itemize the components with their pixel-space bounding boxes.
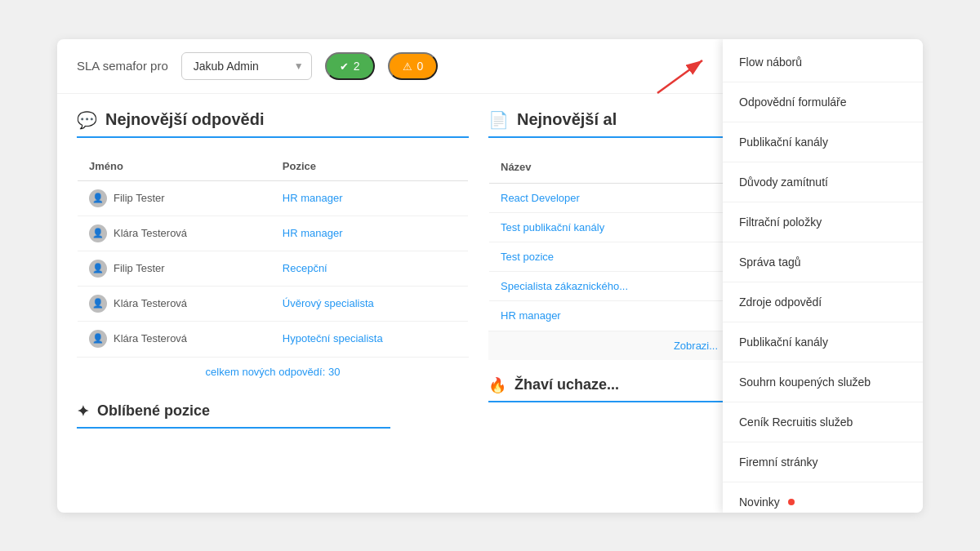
position-link[interactable]: Test pozice bbox=[501, 251, 554, 263]
fire-icon: 🔥 bbox=[488, 376, 506, 394]
table-row: 👤 Filip Tester Recepční bbox=[78, 251, 469, 286]
dropdown-item-8[interactable]: Souhrn koupených služeb bbox=[723, 366, 923, 398]
dropdown-divider bbox=[723, 322, 923, 322]
dropdown-divider bbox=[723, 482, 923, 482]
dropdown-divider bbox=[723, 442, 923, 442]
badge-orange-count: 0 bbox=[417, 60, 424, 73]
dropdown-item-5[interactable]: Správa tagů bbox=[723, 246, 923, 278]
avatar: 👤 bbox=[89, 295, 107, 313]
odpovedi-table: Jméno Pozice 👤 Filip Tester HR manager 👤… bbox=[77, 151, 469, 357]
badge-green-count: 2 bbox=[354, 60, 360, 73]
person-name: Klára Testerová bbox=[114, 227, 187, 239]
person-cell: 👤 Filip Tester bbox=[89, 260, 260, 278]
position-link[interactable]: Specialista zákaznického... bbox=[501, 280, 628, 292]
col-pozice: Pozice bbox=[271, 151, 469, 180]
star-icon: ✦ bbox=[77, 402, 89, 420]
main-card: SLA semafor pro Jakub Admin Filip Tester… bbox=[57, 39, 923, 513]
avatar: 👤 bbox=[89, 260, 107, 278]
dropdown-divider bbox=[723, 362, 923, 362]
admin-select-wrapper: Jakub Admin Filip Tester Klára Testerová… bbox=[181, 52, 312, 80]
dropdown-item-9[interactable]: Ceník Recruitis služeb bbox=[723, 406, 923, 438]
bottom-right-text: Žhaví uchaze... bbox=[514, 376, 619, 393]
dropdown-divider bbox=[723, 82, 923, 82]
alert-icon bbox=[403, 60, 412, 73]
avatar: 👤 bbox=[89, 189, 107, 207]
check-icon bbox=[340, 60, 349, 73]
table-row: 👤 Klára Testerová HR manager bbox=[78, 216, 469, 251]
person-cell: 👤 Klára Testerová bbox=[89, 224, 260, 242]
sla-label: SLA semafor pro bbox=[77, 59, 168, 73]
dropdown-divider bbox=[723, 122, 923, 122]
table-row: 👤 Klára Testerová Hypoteční specialista bbox=[78, 321, 469, 356]
person-cell: 👤 Klára Testerová bbox=[89, 295, 260, 313]
position-link[interactable]: Test publikační kanály bbox=[501, 221, 604, 233]
position-link[interactable]: HR manager bbox=[283, 192, 343, 204]
dropdown-item-1[interactable]: Odpovědní formuláře bbox=[723, 86, 923, 118]
bottom-left-title: ✦ Oblíbené pozice bbox=[77, 402, 469, 420]
doc-icon: 📄 bbox=[488, 110, 509, 130]
dropdown-divider bbox=[723, 242, 923, 242]
person-name: Filip Tester bbox=[114, 262, 165, 274]
left-title-text: Nejnovější odpovědi bbox=[105, 110, 264, 129]
position-link[interactable]: Recepční bbox=[283, 262, 327, 274]
dropdown-overlay: Flow náborůOdpovědní formulářePublikační… bbox=[723, 39, 923, 513]
chat-icon: 💬 bbox=[77, 110, 97, 130]
dropdown-divider bbox=[723, 282, 923, 282]
person-cell: 👤 Klára Testerová bbox=[89, 330, 260, 348]
table-row: 👤 Klára Testerová Úvěrový specialista bbox=[78, 286, 469, 321]
position-link[interactable]: HR manager bbox=[283, 227, 343, 239]
dropdown-item-4[interactable]: Filtrační položky bbox=[723, 206, 923, 238]
badge-green-button[interactable]: 2 bbox=[325, 52, 375, 80]
person-name: Filip Tester bbox=[114, 192, 165, 204]
badge-orange-button[interactable]: 0 bbox=[388, 52, 439, 80]
bottom-left-underline bbox=[77, 427, 390, 429]
dropdown-item-0[interactable]: Flow náborů bbox=[723, 46, 923, 78]
bottom-left-text: Oblíbené pozice bbox=[97, 402, 210, 420]
dropdown-item-6[interactable]: Zdroje odpovědí bbox=[723, 286, 923, 318]
dropdown-divider bbox=[723, 162, 923, 162]
dropdown-divider bbox=[723, 202, 923, 202]
person-name: Klára Testerová bbox=[114, 332, 187, 344]
position-link[interactable]: Úvěrový specialista bbox=[283, 297, 374, 309]
table-row: 👤 Filip Tester HR manager bbox=[78, 180, 469, 216]
person-cell: 👤 Filip Tester bbox=[89, 189, 260, 207]
left-column: 💬 Nejnovější odpovědi Jméno Pozice 👤 bbox=[77, 94, 469, 510]
left-section-title: 💬 Nejnovější odpovědi bbox=[77, 110, 469, 130]
dropdown-item-2[interactable]: Publikační kanály bbox=[723, 126, 923, 158]
dropdown-item-7[interactable]: Publikační kanály bbox=[723, 326, 923, 358]
dropdown-item-10[interactable]: Firemní stránky bbox=[723, 446, 923, 478]
dropdown-item-3[interactable]: Důvody zamítnutí bbox=[723, 166, 923, 198]
avatar: 👤 bbox=[89, 224, 107, 242]
dropdown-menu: Flow náborůOdpovědní formulářePublikační… bbox=[723, 39, 923, 513]
left-underline bbox=[77, 136, 469, 138]
dropdown-item-11[interactable]: Novinky bbox=[723, 486, 923, 513]
table-footer[interactable]: celkem nových odpovědí: 30 bbox=[77, 357, 469, 386]
position-link[interactable]: Hypoteční specialista bbox=[283, 332, 383, 344]
right-title-text: Nejnovější al bbox=[517, 110, 617, 129]
dropdown-divider bbox=[723, 402, 923, 402]
person-name: Klára Testerová bbox=[114, 297, 187, 309]
avatar: 👤 bbox=[89, 330, 107, 348]
admin-select[interactable]: Jakub Admin Filip Tester Klára Testerová bbox=[181, 52, 312, 80]
position-link[interactable]: React Developer bbox=[501, 192, 580, 204]
notification-dot bbox=[788, 499, 795, 505]
position-link[interactable]: HR manager bbox=[501, 309, 561, 322]
col-jmeno: Jméno bbox=[78, 151, 271, 180]
